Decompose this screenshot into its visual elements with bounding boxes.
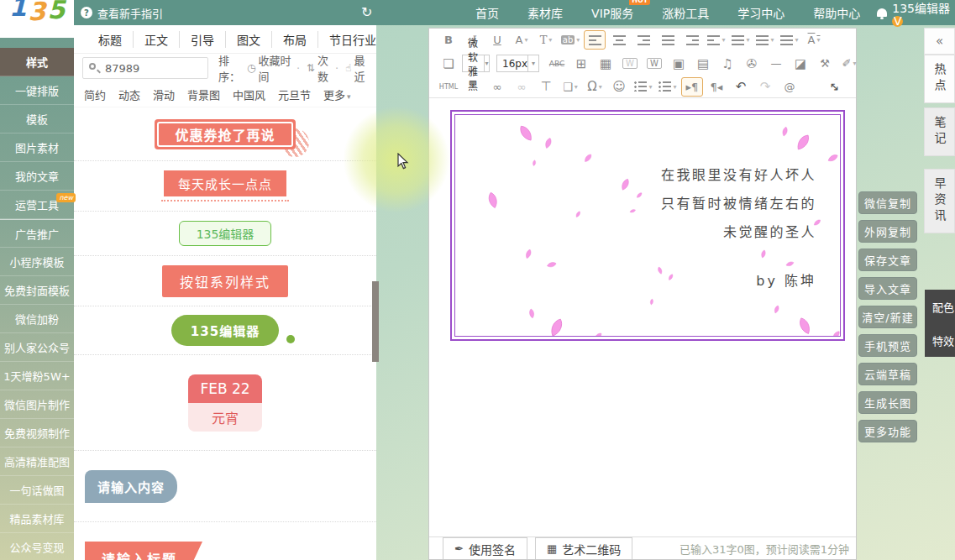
sidebar-item-miniprogram-templates[interactable]: 小程序模板: [0, 248, 74, 276]
sort-recent[interactable]: ☝ 最近: [331, 52, 368, 84]
letter-spacing-button[interactable]: [779, 30, 800, 50]
material-editor-pill-button[interactable]: 135编辑器: [171, 315, 279, 346]
sidebar-item-free-video-making[interactable]: 免费视频制作: [0, 419, 74, 447]
horizontal-rule-button[interactable]: —: [765, 54, 787, 73]
format-clean-button[interactable]: ⚒: [814, 54, 836, 73]
collapse-panel-button[interactable]: «: [924, 28, 955, 55]
category-dynamic[interactable]: 动态: [118, 86, 140, 102]
sort-usage-count[interactable]: ⇅ 次数: [292, 52, 331, 84]
float-tool-color-scheme[interactable]: 配色: [932, 299, 955, 315]
align-left-button[interactable]: [584, 30, 606, 50]
redo-button[interactable]: ↷: [754, 77, 776, 97]
refresh-icon[interactable]: ↻: [361, 4, 372, 20]
table-image-button[interactable]: ▦: [595, 54, 617, 73]
side-tab-morning-news[interactable]: 早资讯: [924, 169, 955, 233]
font-color-button[interactable]: A: [511, 30, 533, 50]
sidebar-item-fans-growth[interactable]: 1天增粉5W+: [0, 362, 74, 390]
action-wechat-copy[interactable]: 微信复制: [858, 191, 917, 214]
category-chinese-style[interactable]: 中国风: [233, 86, 265, 102]
action-clear-new[interactable]: 清空/新建: [858, 306, 917, 328]
strikethrough-button[interactable]: ABC: [546, 54, 568, 73]
table-button[interactable]: ⊞: [570, 54, 592, 73]
material-tab-guide[interactable]: 引导: [179, 31, 225, 48]
footer-tab-art-qrcode[interactable]: ▦ 艺术二维码: [535, 537, 632, 559]
undo-button[interactable]: ↶: [730, 77, 752, 97]
category-background-image[interactable]: 背景图: [187, 86, 220, 102]
ordered-list-button[interactable]: [632, 77, 654, 97]
font-family-select[interactable]: 微软雅黑 ▾: [462, 55, 490, 72]
material-tab-layout[interactable]: 布局: [271, 31, 317, 48]
eraser-button[interactable]: ◪: [790, 54, 811, 73]
side-tab-notes[interactable]: 笔记: [924, 107, 955, 156]
paragraph-forward-button[interactable]: ▸¶: [681, 77, 703, 97]
sidebar-item-operation-tools[interactable]: 运营工具 new: [0, 191, 74, 219]
word-clean-button[interactable]: W: [619, 54, 641, 73]
sidebar-item-free-cover-templates[interactable]: 免费封面模板: [0, 276, 74, 305]
image-button[interactable]: ▣: [668, 54, 690, 73]
newbie-guide-link[interactable]: ? 查看新手指引: [81, 5, 163, 21]
brand-account[interactable]: 135编辑器 V: [892, 0, 950, 27]
link-button[interactable]: ∞: [486, 77, 508, 97]
align-center-button[interactable]: [608, 30, 630, 50]
action-more-features[interactable]: 更多功能: [858, 420, 917, 442]
sidebar-item-one-click-layout[interactable]: 一键排版: [0, 76, 74, 105]
material-title-banner[interactable]: 请输入标题: [85, 542, 202, 560]
sidebar-item-hd-matching-images[interactable]: 高清精准配图: [0, 447, 74, 476]
underline-button[interactable]: U: [486, 30, 508, 50]
sidebar-item-image-materials[interactable]: 图片素材: [0, 133, 74, 162]
footer-tab-signature[interactable]: ✒ 使用签名: [443, 537, 527, 559]
sidebar-item-account-monetization[interactable]: 公众号变现: [0, 533, 74, 560]
video-button[interactable]: ✇: [741, 54, 763, 73]
sidebar-item-other-official-accounts[interactable]: 别人家公众号: [0, 333, 74, 362]
bell-icon[interactable]: [877, 8, 887, 17]
sidebar-item-my-articles[interactable]: 我的文章: [0, 162, 74, 191]
image-gallery-button[interactable]: ▤: [692, 54, 714, 73]
indent-button[interactable]: [681, 30, 703, 50]
editor-canvas[interactable]: 在我眼里没有好人坏人 只有暂时被情绪左右的 未觉醒的圣人 by 陈坤: [429, 98, 856, 536]
align-right-button[interactable]: [632, 30, 654, 50]
sidebar-item-ad-promotion[interactable]: 广告推广: [0, 219, 74, 248]
sidebar-item-wechat-image-making[interactable]: 微信图片制作: [0, 390, 74, 419]
float-tool-effects[interactable]: 特效: [932, 332, 955, 348]
sort-favorite-time[interactable]: ◷ 收藏时间: [247, 52, 292, 84]
material-editor-outline-button[interactable]: 135编辑器: [179, 221, 272, 246]
special-char-button[interactable]: Ω: [584, 77, 606, 97]
material-calendar-card[interactable]: FEB 22 元宵: [188, 374, 262, 432]
sidebar-item-templates[interactable]: 模板: [0, 105, 74, 133]
search-input[interactable]: [82, 57, 208, 79]
text-template-button[interactable]: ⊤: [535, 77, 557, 97]
nav-learning-center[interactable]: 学习中心: [737, 4, 784, 21]
line-spacing-button[interactable]: [754, 30, 776, 50]
action-generate-long-image[interactable]: 生成长图: [858, 391, 917, 414]
action-cloud-draft[interactable]: 云端草稿: [858, 363, 917, 385]
unlink-button[interactable]: ∞: [511, 77, 533, 97]
align-justify-button[interactable]: [657, 30, 679, 50]
paragraph-space-button[interactable]: [730, 30, 752, 50]
category-simple[interactable]: 简约: [84, 86, 106, 102]
material-coupon-button[interactable]: 优惠券抢了再说: [155, 119, 296, 149]
nav-material-library[interactable]: 素材库: [527, 4, 563, 21]
highlight-color-button[interactable]: ab: [559, 30, 581, 50]
blockquote-button[interactable]: ❞: [462, 77, 484, 97]
action-external-copy[interactable]: 外网复制: [858, 220, 917, 243]
paragraph-backward-button[interactable]: ¶◂: [706, 77, 727, 97]
unordered-list-button[interactable]: [657, 77, 679, 97]
font-size-select[interactable]: 16px ▾: [496, 55, 539, 72]
nav-fans-tools[interactable]: 涨粉工具: [662, 4, 709, 21]
nav-vip-service[interactable]: VIP服务HOT: [591, 4, 633, 21]
sidebar-item-premium-material-library[interactable]: 精品素材库: [0, 505, 74, 533]
sidebar-item-wechat-add-fans[interactable]: 微信加粉: [0, 305, 74, 333]
category-more[interactable]: 更多: [323, 86, 351, 102]
list-scrollbar-thumb[interactable]: [372, 281, 379, 362]
material-content-tag[interactable]: 请输入内容: [85, 470, 177, 503]
outdent-button[interactable]: [706, 30, 727, 50]
category-new-year-day[interactable]: 元旦节: [278, 86, 311, 102]
nav-home[interactable]: 首页: [475, 4, 499, 21]
at-mention-button[interactable]: @: [779, 77, 800, 97]
bold-button[interactable]: B: [438, 30, 459, 50]
action-import-article[interactable]: 导入文章: [858, 277, 917, 300]
material-tab-image-text[interactable]: 图文: [225, 31, 271, 48]
material-grow-button[interactable]: 每天成长一点点: [164, 170, 286, 196]
material-tab-body[interactable]: 正文: [133, 31, 179, 48]
category-slide[interactable]: 滑动: [153, 86, 175, 102]
